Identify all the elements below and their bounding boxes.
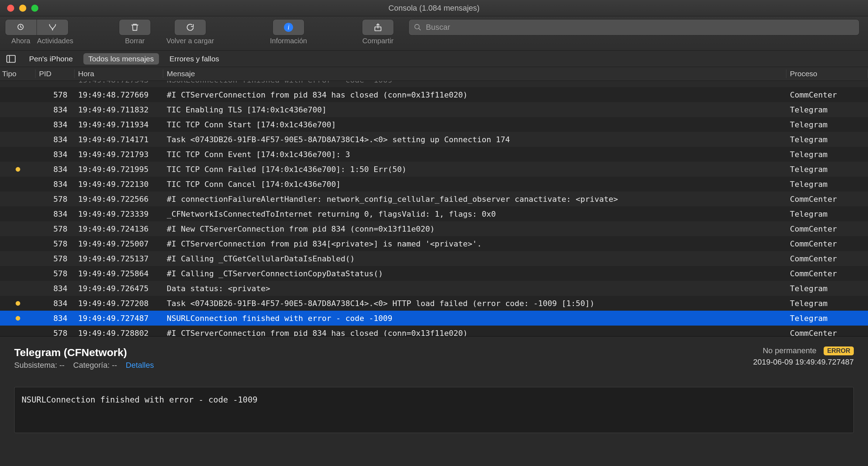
info-icon: i	[284, 22, 293, 32]
cell-message: _CFNetworkIsConnectedToInternet returnin…	[163, 210, 786, 218]
now-label: Ahora	[5, 37, 37, 45]
table-row[interactable]: 57819:49:48.727669#I CTServerConnection …	[0, 87, 868, 102]
cell-message: TIC TCP Conn Event [174:0x1c436e700]: 3	[163, 150, 786, 159]
cell-hora: 19:49:49.722566	[75, 195, 163, 204]
detail-right: No permanente ERROR 2019-06-09 19:49:49.…	[753, 346, 854, 367]
error-badge: ERROR	[824, 346, 854, 355]
table-row[interactable]: 57819:49:49.725137#I Calling _CTGetCellu…	[0, 251, 868, 266]
table-row[interactable]: 83419:49:49.723339_CFNetworkIsConnectedT…	[0, 206, 868, 221]
cell-process: Telegram	[786, 284, 868, 293]
cell-tipo	[0, 301, 35, 306]
cell-hora: 19:49:49.726475	[75, 284, 163, 293]
table-row[interactable]: 57819:49:49.722566#I connectionFailureAl…	[0, 192, 868, 206]
close-window-button[interactable]	[7, 5, 14, 12]
detail-subtitle: Subsistema: -- Categoría: -- Detalles	[14, 361, 854, 370]
svg-rect-5	[7, 55, 15, 62]
cell-process: CommCenter	[786, 195, 868, 204]
table-row[interactable]: 57819:49:49.725007#I CTServerConnection …	[0, 236, 868, 251]
reload-button[interactable]	[174, 19, 206, 35]
filter-errors[interactable]: Errores y fallos	[165, 53, 224, 65]
header-tipo[interactable]: Tipo	[0, 70, 35, 78]
cell-process: Telegram	[786, 150, 868, 159]
table-row[interactable]: 83419:49:49.722130TIC TCP Conn Cancel [1…	[0, 177, 868, 192]
table-row[interactable]: 83419:49:49.711934TIC TCP Conn Start [17…	[0, 117, 868, 132]
cell-message: TIC TCP Conn Cancel [174:0x1c436e700]	[163, 180, 786, 189]
table-row[interactable]: 83419:49:49.711832TIC Enabling TLS [174:…	[0, 102, 868, 117]
cell-hora: 19:49:49.711832	[75, 105, 163, 114]
cell-hora: 19:49:48.727343	[75, 81, 163, 84]
cell-message: Task <0743DB26-91FB-4F57-90E5-8A7D8A738C…	[163, 299, 786, 308]
cell-pid: 834	[35, 105, 75, 114]
trash-icon	[130, 23, 139, 32]
cell-pid: 834	[35, 135, 75, 144]
table-row[interactable]: 57819:49:49.725864#I Calling _CTServerCo…	[0, 266, 868, 281]
reload-label: Volver a cargar	[164, 37, 217, 45]
table-row[interactable]: 83419:49:49.727487NSURLConnection finish…	[0, 311, 868, 326]
details-link[interactable]: Detalles	[126, 361, 154, 370]
info-button[interactable]: i	[273, 19, 304, 35]
search-input[interactable]	[425, 22, 854, 32]
cell-message: #I CTServerConnection from pid 834[<priv…	[163, 239, 786, 248]
cell-pid: 834	[35, 150, 75, 159]
cell-hora: 19:49:49.724136	[75, 224, 163, 233]
share-button[interactable]	[362, 19, 394, 35]
sidebar-toggle[interactable]	[4, 54, 18, 64]
cell-process: CommCenter	[786, 254, 868, 263]
device-selector[interactable]: Pen's iPhone	[24, 53, 78, 65]
cell-pid: 834	[35, 314, 75, 323]
cell-process: Telegram	[786, 135, 868, 144]
activities-button[interactable]	[37, 19, 68, 35]
category-label: Categoría:	[73, 361, 110, 370]
window-title: Consola (1.084 mensajes)	[0, 4, 868, 13]
cell-process: Telegram	[786, 299, 868, 308]
cell-message: TIC TCP Conn Failed [174:0x1c436e700]: 1…	[163, 165, 786, 174]
table-header: Tipo PID Hora Mensaje Proceso	[0, 67, 868, 81]
header-pid[interactable]: PID	[35, 70, 75, 78]
cell-message: Data status: <private>	[163, 284, 786, 293]
clear-button[interactable]	[119, 19, 151, 35]
table-row[interactable]: 83419:49:49.726475Data status: <private>…	[0, 281, 868, 296]
cell-hora: 19:49:49.725007	[75, 239, 163, 248]
cell-message: #I CTServerConnection from pid 834 has c…	[163, 90, 786, 99]
table-row[interactable]: 83419:49:49.721995TIC TCP Conn Failed [1…	[0, 162, 868, 177]
toolbar-group-info: i Información	[267, 19, 310, 45]
cell-message: #I Calling _CTServerConnectionCopyDataSt…	[163, 269, 786, 278]
cell-pid: 578	[35, 254, 75, 263]
filter-all-messages[interactable]: Todos los mensajes	[83, 53, 159, 65]
maximize-window-button[interactable]	[31, 5, 38, 12]
search-icon	[414, 23, 425, 31]
cell-process: Telegram	[786, 180, 868, 189]
cell-message: TIC Enabling TLS [174:0x1c436e700]	[163, 105, 786, 114]
table-row[interactable]: 83419:49:49.714171Task <0743DB26-91FB-4F…	[0, 132, 868, 147]
cell-process: Telegram	[786, 120, 868, 129]
cell-message: #I New CTServerConnection from pid 834 (…	[163, 224, 786, 233]
window-controls	[7, 5, 38, 12]
search-field[interactable]	[408, 19, 859, 35]
header-hora[interactable]: Hora	[75, 70, 163, 78]
table-row[interactable]: 83419:49:49.721793TIC TCP Conn Event [17…	[0, 147, 868, 162]
table-row[interactable]: 83419:49:49.727208Task <0743DB26-91FB-4F…	[0, 296, 868, 311]
now-button[interactable]	[5, 19, 37, 35]
minimize-window-button[interactable]	[19, 5, 26, 12]
detail-message[interactable]: NSURLConnection finished with error - co…	[14, 387, 854, 433]
table-row[interactable]: 57819:49:49.728802#I CTServerConnection …	[0, 326, 868, 336]
cell-process: CommCenter	[786, 329, 868, 337]
header-mensaje[interactable]: Mensaje	[163, 70, 786, 78]
svg-point-4	[415, 24, 419, 29]
cell-tipo	[0, 167, 35, 172]
cell-hora: 19:49:49.711934	[75, 120, 163, 129]
cell-hora: 19:49:49.723339	[75, 210, 163, 218]
table-row[interactable]: 19:49:48.727343NSURLConnection finished …	[0, 81, 868, 87]
cell-process: CommCenter	[786, 224, 868, 233]
table-row[interactable]: 57819:49:49.724136#I New CTServerConnect…	[0, 221, 868, 236]
header-proceso[interactable]: Proceso	[786, 70, 868, 78]
cell-process: Telegram	[786, 210, 868, 218]
cell-pid: 834	[35, 299, 75, 308]
cell-pid: 578	[35, 224, 75, 233]
detail-pane: Telegram (CFNetwork) Subsistema: -- Cate…	[0, 336, 868, 464]
cell-pid: 834	[35, 210, 75, 218]
titlebar: Consola (1.084 mensajes)	[0, 0, 868, 16]
cell-hora: 19:49:49.714171	[75, 135, 163, 144]
log-table[interactable]: 19:49:48.727343NSURLConnection finished …	[0, 81, 868, 336]
cell-pid: 834	[35, 180, 75, 189]
